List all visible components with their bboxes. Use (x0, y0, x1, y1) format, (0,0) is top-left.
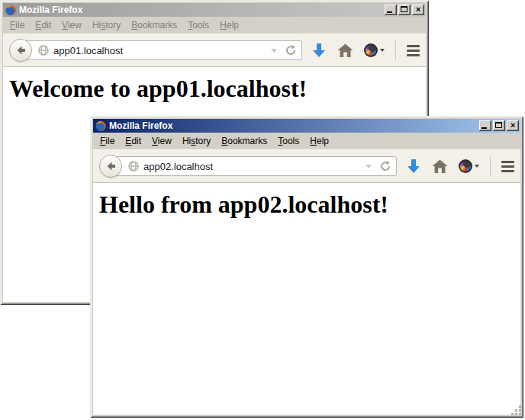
url-text[interactable]: app02.localhost (143, 161, 361, 172)
menu-bookmarks[interactable]: Bookmarks (126, 18, 182, 33)
minimize-icon (482, 127, 487, 129)
addon-button[interactable] (459, 159, 479, 173)
url-text[interactable]: app01.localhost (53, 45, 266, 56)
download-icon[interactable] (311, 43, 327, 59)
window-controls: × (385, 5, 424, 15)
window-title: Mozilla Firefox (19, 4, 382, 16)
menu-edit[interactable]: Edit (120, 133, 147, 149)
page-content-app02: Hello from app02.localhost! (93, 183, 520, 415)
chevron-down-icon (380, 49, 385, 52)
minimize-button[interactable] (479, 120, 491, 131)
app-menu-button[interactable] (501, 161, 514, 172)
menu-view[interactable]: View (147, 133, 177, 149)
menu-history[interactable]: History (87, 18, 126, 33)
toolbar-buttons (406, 156, 514, 176)
hamburger-icon (407, 45, 420, 47)
maximize-icon (495, 122, 502, 128)
browser-window-app02: Mozilla Firefox × File Edit View History… (90, 116, 523, 418)
titlebar[interactable]: Mozilla Firefox × (3, 3, 426, 17)
navigation-toolbar: app02.localhost (93, 149, 520, 183)
back-button[interactable] (9, 39, 32, 62)
url-bar[interactable]: app01.localhost (21, 40, 302, 60)
home-icon[interactable] (432, 159, 448, 174)
window-controls: × (479, 120, 519, 131)
page-heading: Hello from app02.localhost! (99, 191, 520, 219)
chevron-down-icon (475, 165, 479, 168)
site-identity-globe-icon (38, 45, 49, 56)
urlbar-dropdown-icon[interactable] (271, 49, 277, 53)
menu-view[interactable]: View (56, 18, 87, 33)
page-heading: Welcome to app01.localhost! (9, 75, 426, 103)
menu-file[interactable]: File (5, 18, 30, 33)
addon-button[interactable] (364, 43, 385, 57)
firefox-logo-icon (5, 4, 17, 16)
hamburger-icon (501, 161, 514, 163)
close-button[interactable]: × (412, 5, 424, 15)
site-identity-globe-icon (128, 161, 139, 172)
close-button[interactable]: × (507, 120, 519, 131)
minimize-button[interactable] (385, 5, 397, 15)
app-menu-button[interactable] (407, 45, 420, 56)
menu-edit[interactable]: Edit (30, 18, 56, 33)
maximize-button[interactable] (398, 5, 411, 15)
colorwheel-icon (364, 43, 378, 57)
maximize-button[interactable] (493, 120, 505, 131)
close-icon: × (507, 120, 519, 131)
back-arrow-icon (14, 44, 27, 56)
urlbar-dropdown-icon[interactable] (366, 165, 372, 168)
menu-bar: File Edit View History Bookmarks Tools H… (3, 17, 426, 34)
toolbar-buttons (311, 40, 420, 60)
titlebar[interactable]: Mozilla Firefox × (93, 119, 520, 133)
menu-help[interactable]: Help (304, 133, 334, 149)
url-bar[interactable]: app02.localhost (111, 156, 397, 176)
close-icon: × (412, 5, 424, 15)
maximize-icon (401, 6, 407, 12)
navigation-toolbar: app01.localhost (3, 34, 426, 67)
back-button[interactable] (99, 155, 122, 178)
resize-grip[interactable] (511, 405, 522, 416)
back-arrow-icon (105, 160, 117, 172)
colorwheel-icon (459, 159, 472, 173)
menu-bar: File Edit View History Bookmarks Tools H… (93, 133, 520, 149)
menu-tools[interactable]: Tools (182, 18, 214, 33)
menu-history[interactable]: History (177, 133, 216, 149)
toolbar-separator (395, 40, 396, 60)
reload-icon[interactable] (285, 44, 297, 56)
download-icon[interactable] (406, 159, 421, 175)
menu-file[interactable]: File (95, 133, 120, 149)
minimize-icon (387, 11, 392, 13)
toolbar-separator (490, 156, 491, 176)
firefox-logo-icon (95, 120, 107, 132)
menu-bookmarks[interactable]: Bookmarks (216, 133, 272, 149)
menu-help[interactable]: Help (214, 18, 244, 33)
reload-icon[interactable] (379, 160, 391, 172)
window-title: Mozilla Firefox (109, 120, 477, 132)
menu-tools[interactable]: Tools (272, 133, 304, 149)
home-icon[interactable] (337, 43, 353, 58)
